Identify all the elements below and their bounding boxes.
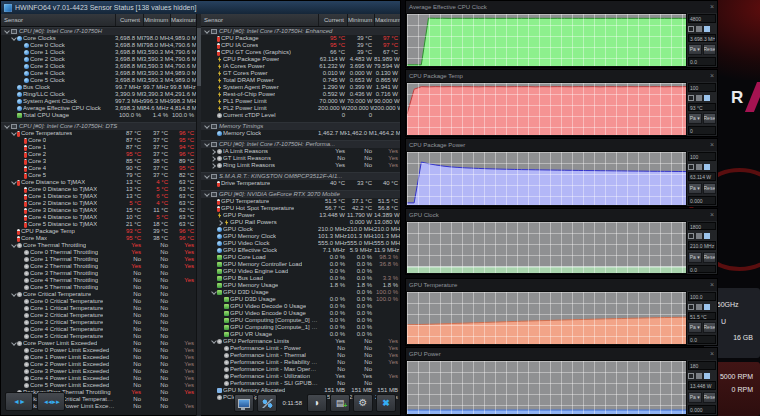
y-max-input[interactable]: 1800	[688, 222, 716, 230]
sensor-row[interactable]: Core 0 Thermal ThrottlingYesNoYes	[1, 249, 196, 256]
close-icon[interactable]: ×	[710, 139, 714, 151]
sensor-row[interactable]: Core 1 Clock3,698.8 MHz3,590.3 MHz4,790.…	[1, 49, 196, 56]
sensor-row[interactable]: Core 087 °C37 °C95 °C	[1, 137, 196, 144]
sensor-row[interactable]: CPU Package95 °C39 °C97 °C	[201, 35, 400, 42]
sensor-row[interactable]: GPU D3D Usage0.0 %100.0 %	[201, 289, 400, 296]
sensor-row[interactable]: Core 3 Thermal ThrottlingNoNo	[1, 270, 196, 277]
sensor-row[interactable]: Core 4 Thermal ThrottlingNoNoYes	[1, 277, 196, 284]
sensor-row[interactable]: PL2 Power Limit200.000 W200.000 W200.000…	[201, 105, 400, 112]
sensor-row[interactable]: Core 1 Critical TemperatureNoNo	[1, 305, 196, 312]
sensor-row[interactable]: Core 490 °C37 °C95 °C	[1, 165, 196, 172]
sensor-row[interactable]: GPU Temperature51.5 °C37.1 °C51.5 °C	[201, 198, 400, 205]
y-max-input[interactable]: 100	[688, 152, 716, 161]
sensor-row[interactable]: Core Distance to TjMAX13 °C4 °C63 °C	[1, 179, 196, 186]
sensor-group-header[interactable]: CPU [#0]: Intel Core i7-10750H	[1, 27, 196, 35]
close-icon[interactable]: ×	[710, 348, 714, 360]
sensor-row[interactable]: Core Temperatures87 °C37 °C96 °C	[1, 130, 196, 137]
sensor-row[interactable]: Total DRAM Power0.745 W0.653 W0.865 W	[201, 77, 400, 84]
sensor-row[interactable]: GT Limit ReasonsNoNoYes	[201, 155, 400, 162]
sensor-row[interactable]: Performance Limit - Max Operating Volt..…	[201, 366, 400, 373]
sensor-row[interactable]: GPU Power13.448 W11.790 W14.389 W	[201, 212, 400, 219]
sensor-row[interactable]: Performance Limit - SLI GPUBoost SyncNoN…	[201, 380, 400, 387]
reset-button[interactable]: Reset	[703, 113, 717, 124]
sensor-row[interactable]: Core 1 Thermal ThrottlingNoNoYes	[1, 256, 196, 263]
sensor-row[interactable]: GPU Rail Powers0.000 W13.080 W	[201, 219, 400, 226]
y-min-input[interactable]: 0.0	[688, 265, 716, 273]
y-min-input[interactable]: 0.0	[688, 57, 716, 66]
background-color-swatch[interactable]	[688, 304, 694, 310]
reset-button[interactable]: Reset	[703, 252, 717, 263]
pause-button[interactable]: Pa ▾	[688, 252, 702, 263]
chevron-down-icon[interactable]	[211, 339, 216, 344]
report-button[interactable]: ▤	[330, 394, 350, 412]
reset-button[interactable]: Reset	[703, 183, 717, 194]
sensor-row[interactable]: Core 1 Power Limit ExceededNoNoYes	[1, 354, 196, 361]
chevron-right-icon[interactable]	[218, 220, 223, 225]
sensor-row[interactable]: GT Cores Power0.010 W0.000 W0.130 W	[201, 70, 400, 77]
sensor-row[interactable]: PL1 Power Limit70.000 W70.000 W90.000 W	[201, 98, 400, 105]
grid-color-swatch[interactable]	[696, 373, 702, 379]
sensor-row[interactable]: GPU Video Clock555.0 MHz555.0 MHz555.0 M…	[201, 240, 400, 247]
sensor-row[interactable]: IA Cores Power61.232 W3.695 W79.594 W	[201, 63, 400, 70]
sensor-row[interactable]: Core 2 Thermal ThrottlingYesNoYes	[1, 263, 196, 270]
chevron-down-icon[interactable]	[204, 124, 209, 129]
sensor-row[interactable]: Core 5 Critical TemperatureNoNo	[1, 333, 196, 340]
sensor-row[interactable]: Ring Limit ReasonsYesNoYes	[201, 162, 400, 169]
chevron-down-icon[interactable]	[11, 292, 16, 297]
sensor-row[interactable]: Core 1 Distance to TjMAX13 °C6 °C63 °C	[1, 193, 196, 200]
sensor-row[interactable]: Core Thermal ThrottlingYesNoYes	[1, 242, 196, 249]
sensor-row[interactable]: Core 4 Distance to TjMAX10 °C5 °C63 °C	[1, 214, 196, 221]
y-min-input[interactable]: 0.0	[688, 335, 716, 344]
sensor-row[interactable]: Core Power Limit ExceededNoNoYes	[1, 340, 196, 347]
graph-titlebar[interactable]: GPU Clock×	[406, 209, 717, 221]
sensor-row[interactable]: Memory Clock1,462.7 MHz1,462.0 MHz1,464.…	[201, 130, 400, 137]
close-icon[interactable]: ×	[710, 209, 714, 221]
sensor-row[interactable]: Core 2 Critical TemperatureNoNo	[1, 312, 196, 319]
sensor-row[interactable]: Total CPU Usage100.0 %1.4 %100.0 %	[1, 112, 196, 119]
sensor-row[interactable]: Average Effective CPU Clock3,698.3 MHz84…	[1, 105, 196, 112]
chevron-down-icon[interactable]	[204, 29, 209, 34]
sensor-row[interactable]: GPU Core Load0.0 %0.0 %98.3 %	[201, 254, 400, 261]
y-max-input[interactable]: 4800	[688, 14, 716, 23]
chevron-down-icon[interactable]	[211, 290, 216, 295]
chevron-down-icon[interactable]	[4, 124, 9, 129]
left-panel-scrollbar[interactable]	[196, 14, 201, 416]
sensor-row[interactable]: Performance Limit - PowerNoNoYes	[201, 345, 400, 352]
sensor-row[interactable]: GPU Computing [Compute_1] Usage0.0 %0.0 …	[201, 324, 400, 331]
network-share-button[interactable]	[257, 394, 277, 412]
sensor-row[interactable]: Core 187 °C37 °C94 °C	[1, 144, 196, 151]
background-color-swatch[interactable]	[688, 164, 694, 170]
y-min-input[interactable]: 0.000	[688, 196, 716, 205]
expand-columns-button[interactable]	[37, 392, 65, 411]
pause-button[interactable]: Pa ▾	[688, 392, 702, 403]
sensor-row[interactable]: Core 5 Distance to TjMAX21 °C18 °C63 °C	[1, 221, 196, 228]
line-color-swatch[interactable]	[704, 164, 710, 170]
sensor-row[interactable]: GPU Performance LimitsYesNoYes	[201, 338, 400, 345]
sensor-row[interactable]: Core 3 Critical TemperatureNoNo	[1, 319, 196, 326]
close-button[interactable]: ✖	[376, 394, 396, 412]
remote-monitor-button[interactable]	[234, 394, 254, 412]
chevron-right-icon[interactable]	[211, 163, 216, 168]
sensor-group-header[interactable]: CPU [#0]: Intel Core i7-10750H: DTS	[1, 122, 196, 130]
sensor-group-header[interactable]: GPU [#0]: NVIDIA GeForce RTX 3070 Mobile	[201, 190, 400, 198]
sensor-row[interactable]: Performance Limit - UtilizationYesYesYes	[201, 373, 400, 380]
sensor-row[interactable]: Core 2 Clock3,698.8 MHz3,590.3 MHz4,790.…	[1, 56, 196, 63]
grid-color-swatch[interactable]	[696, 233, 702, 239]
chevron-down-icon[interactable]	[204, 192, 209, 197]
chevron-down-icon[interactable]	[204, 142, 209, 147]
reset-clock-button[interactable]: ◗	[307, 394, 327, 412]
grid-color-swatch[interactable]	[696, 26, 702, 32]
sensor-row[interactable]: GPU Memory Usage1.8 %1.8 %1.8 %	[201, 282, 400, 289]
background-color-swatch[interactable]	[688, 26, 694, 32]
y-max-input[interactable]: 100	[688, 83, 716, 92]
sensor-row[interactable]: Drive Temperature40 °C33 °C40 °C	[201, 180, 400, 187]
grid-color-swatch[interactable]	[696, 164, 702, 170]
sensor-row[interactable]: Performance Limit - ThermalNoNoYes	[201, 352, 400, 359]
chevron-down-icon[interactable]	[11, 36, 16, 41]
close-icon[interactable]: ×	[710, 1, 714, 13]
sensor-row[interactable]: Core 5 Thermal ThrottlingNoNo	[1, 284, 196, 291]
scrollbar-thumb[interactable]	[197, 28, 201, 86]
sensor-row[interactable]: Core Critical TemperatureNoNo	[1, 291, 196, 298]
sensor-row[interactable]: Core 3 Clock3,698.8 MHz3,590.3 MHz4,790.…	[1, 63, 196, 70]
grid-color-swatch[interactable]	[696, 95, 702, 101]
